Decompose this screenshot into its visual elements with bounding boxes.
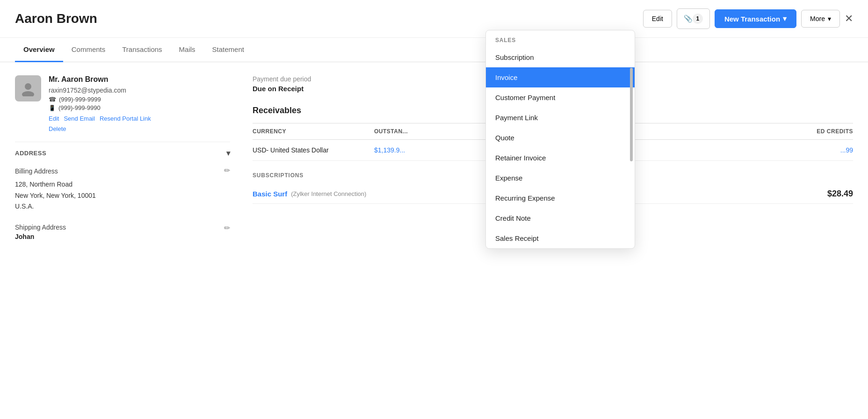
- tab-mails[interactable]: Mails: [171, 38, 204, 62]
- subscription-sub: (Zylker Internet Connection): [291, 190, 366, 197]
- subscription-name[interactable]: Basic Surf: [253, 190, 287, 198]
- outstanding-column-header: OUTSTAN...: [374, 128, 458, 135]
- dropdown-sales-label: SALES: [486, 30, 635, 47]
- shipping-address-label: Shipping Address: [15, 224, 230, 231]
- dropdown-item-quote[interactable]: Quote: [486, 128, 635, 148]
- contact-send-email-link[interactable]: Send Email: [64, 115, 94, 122]
- tab-comments[interactable]: Comments: [63, 38, 114, 62]
- phone-icon: ☎: [49, 96, 56, 103]
- contact-mobile: 📱 (999)-999-9990: [49, 104, 230, 111]
- attachment-button[interactable]: 📎 1: [677, 8, 710, 29]
- dropdown-item-payment-link[interactable]: Payment Link: [486, 108, 635, 128]
- dropdown-item-expense[interactable]: Expense: [486, 168, 635, 188]
- chevron-down-icon: ▾: [783, 14, 787, 23]
- contact-delete-link[interactable]: Delete: [49, 125, 66, 132]
- billing-address: Billing Address 128, Northern Road New Y…: [15, 166, 230, 212]
- shipping-address-line1: Johan: [15, 233, 230, 240]
- contact-edit-link[interactable]: Edit: [49, 115, 59, 122]
- dropdown-item-subscription[interactable]: Subscription: [486, 47, 635, 67]
- contact-name: Mr. Aaron Brown: [49, 75, 230, 84]
- new-transaction-button[interactable]: New Transaction ▾: [715, 9, 796, 28]
- billing-address-line3: U.S.A.: [15, 201, 230, 212]
- dropdown-item-recurring-expense[interactable]: Recurring Expense: [486, 188, 635, 208]
- dropdown-item-sales-receipt[interactable]: Sales Receipt: [486, 228, 635, 248]
- dropdown-item-invoice[interactable]: Invoice: [486, 67, 635, 87]
- svg-point-1: [22, 91, 34, 96]
- billing-address-label: Billing Address: [15, 166, 230, 177]
- currency-column-header: CURRENCY: [253, 128, 374, 135]
- scrollbar[interactable]: [630, 68, 633, 161]
- new-transaction-dropdown: SALES Subscription Invoice Customer Paym…: [485, 30, 635, 249]
- paperclip-icon: 📎: [684, 14, 693, 23]
- subscription-price: $28.49: [827, 189, 853, 199]
- mobile-icon: 📱: [49, 105, 56, 111]
- tab-statement[interactable]: Statement: [204, 38, 253, 62]
- svg-point-0: [25, 83, 31, 90]
- dropdown-item-credit-note[interactable]: Credit Note: [486, 208, 635, 228]
- currency-cell: USD- United States Dollar: [253, 146, 374, 154]
- tab-transactions[interactable]: Transactions: [114, 38, 170, 62]
- edit-button[interactable]: Edit: [643, 10, 672, 28]
- avatar: [15, 75, 41, 101]
- contact-resend-portal-link[interactable]: Resend Portal Link: [100, 115, 151, 122]
- page-title: Aaron Brown: [15, 11, 643, 26]
- close-button[interactable]: ✕: [845, 13, 853, 25]
- attachment-count: 1: [693, 14, 703, 24]
- tab-overview[interactable]: Overview: [15, 38, 63, 62]
- billing-address-edit-icon[interactable]: ✏: [224, 166, 230, 175]
- address-label: ADDRESS: [15, 150, 46, 157]
- contact-email: raxin91752@stypedia.com: [49, 87, 230, 94]
- shipping-address-edit-icon[interactable]: ✏: [224, 224, 230, 232]
- tabs-bar: Overview Comments Transactions Mails Sta…: [0, 38, 868, 62]
- billing-address-line2: New York, New York, 10001: [15, 190, 230, 202]
- address-section-header: ADDRESS ▾: [15, 142, 230, 162]
- chevron-down-icon: ▾: [828, 15, 831, 22]
- chevron-down-icon[interactable]: ▾: [226, 149, 231, 158]
- contact-phone: ☎ (999)-999-9999: [49, 96, 230, 103]
- billing-address-line1: 128, Northern Road: [15, 179, 230, 190]
- dropdown-item-retainer-invoice[interactable]: Retainer Invoice: [486, 148, 635, 168]
- outstanding-cell[interactable]: $1,139.9...: [374, 146, 458, 154]
- dropdown-item-customer-payment[interactable]: Customer Payment: [486, 87, 635, 108]
- more-button[interactable]: More ▾: [801, 10, 840, 28]
